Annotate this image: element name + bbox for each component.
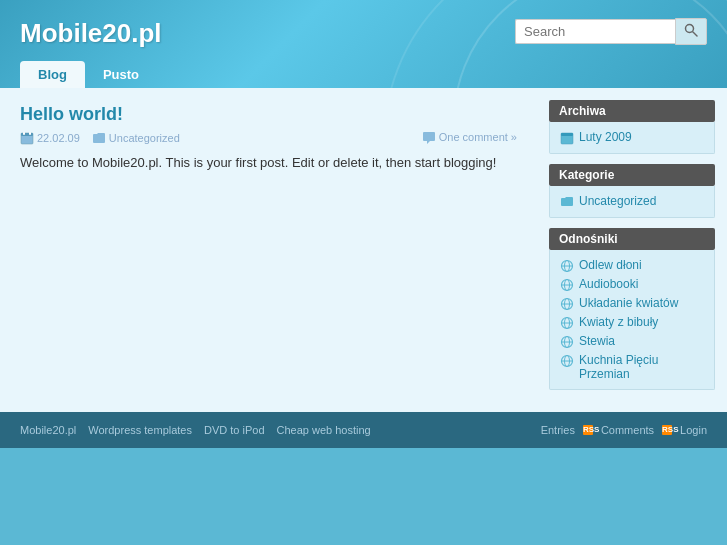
sidebar: Archiwa Luty 2009 Kategorie (537, 88, 727, 412)
link-kwiaty-z-bibuly[interactable]: Kwiaty z bibuły (560, 313, 704, 332)
archive-luty-2009[interactable]: Luty 2009 (560, 128, 704, 147)
link-audiobooki[interactable]: Audiobooki (560, 275, 704, 294)
link-odlew-dloni[interactable]: Odlew dłoni (560, 256, 704, 275)
search-button[interactable] (675, 18, 707, 45)
link-icon-2 (560, 297, 574, 311)
kategorie-heading: Kategorie (549, 164, 715, 186)
nav-tab-pusto[interactable]: Pusto (85, 61, 157, 88)
footer-right: Entries RSS Comments RSS Login (541, 424, 707, 436)
link-icon-5 (560, 354, 574, 368)
sidebar-kategorie: Kategorie Uncategorized (549, 164, 715, 218)
archiwa-heading: Archiwa (549, 100, 715, 122)
comments-label: Comments (601, 424, 654, 436)
link-stewia[interactable]: Stewia (560, 332, 704, 351)
calendar-small-icon (560, 131, 574, 145)
comment-icon (422, 131, 436, 145)
svg-rect-4 (23, 132, 25, 135)
svg-line-1 (693, 32, 697, 36)
entries-rss-icon[interactable]: RSS (583, 425, 593, 435)
nav: Blog Pusto (20, 61, 707, 88)
svg-rect-3 (21, 133, 33, 136)
post-comment-link[interactable]: One comment » (422, 131, 517, 145)
footer: Mobile20.pl Wordpress templates DVD to i… (0, 412, 727, 448)
footer-link-cheap-web[interactable]: Cheap web hosting (277, 424, 371, 436)
sidebar-archiwa: Archiwa Luty 2009 (549, 100, 715, 154)
footer-link-mobile20[interactable]: Mobile20.pl (20, 424, 76, 436)
post-title-link[interactable]: Hello world! (20, 104, 123, 124)
odnosniki-heading: Odnośniki (549, 228, 715, 250)
folder-small-icon (560, 195, 574, 209)
post-meta: 22.02.09 Uncategorized One comment » (20, 131, 517, 145)
folder-icon (92, 131, 106, 145)
post-title[interactable]: Hello world! (20, 104, 517, 125)
category-uncategorized[interactable]: Uncategorized (560, 192, 704, 211)
kategorie-content: Uncategorized (549, 186, 715, 218)
entries-label: Entries (541, 424, 575, 436)
header: Mobile20.pl Blog Pusto (0, 0, 727, 88)
sidebar-odnosniki: Odnośniki Odlew dłoni Au (549, 228, 715, 390)
nav-tab-blog[interactable]: Blog (20, 61, 85, 88)
link-icon-4 (560, 335, 574, 349)
post-body: Welcome to Mobile20.pl. This is your fir… (20, 153, 517, 174)
post-date: 22.02.09 (20, 131, 80, 145)
content-area: Hello world! 22.02.09 Uncategorized (0, 88, 537, 412)
archiwa-content: Luty 2009 (549, 122, 715, 154)
search-input[interactable] (515, 19, 675, 44)
footer-link-wp-templates[interactable]: Wordpress templates (88, 424, 192, 436)
calendar-icon (20, 131, 34, 145)
link-kuchnia-pieciu-przemian[interactable]: Kuchnia Pięciu Przemian (560, 351, 704, 383)
link-icon-3 (560, 316, 574, 330)
svg-rect-5 (29, 132, 31, 135)
search-icon (684, 23, 698, 37)
footer-links: Mobile20.pl Wordpress templates DVD to i… (20, 424, 371, 436)
svg-point-0 (686, 25, 694, 33)
link-ukladanie-kwiatow[interactable]: Układanie kwiatów (560, 294, 704, 313)
link-icon-1 (560, 278, 574, 292)
svg-rect-7 (561, 133, 573, 136)
search-bar (515, 18, 707, 45)
login-link[interactable]: Login (680, 424, 707, 436)
main-layout: Hello world! 22.02.09 Uncategorized (0, 88, 727, 412)
odnosniki-content: Odlew dłoni Audiobooki (549, 250, 715, 390)
post-category: Uncategorized (92, 131, 180, 145)
footer-link-dvd-to-ipod[interactable]: DVD to iPod (204, 424, 265, 436)
link-icon-0 (560, 259, 574, 273)
comments-rss-icon[interactable]: RSS (662, 425, 672, 435)
